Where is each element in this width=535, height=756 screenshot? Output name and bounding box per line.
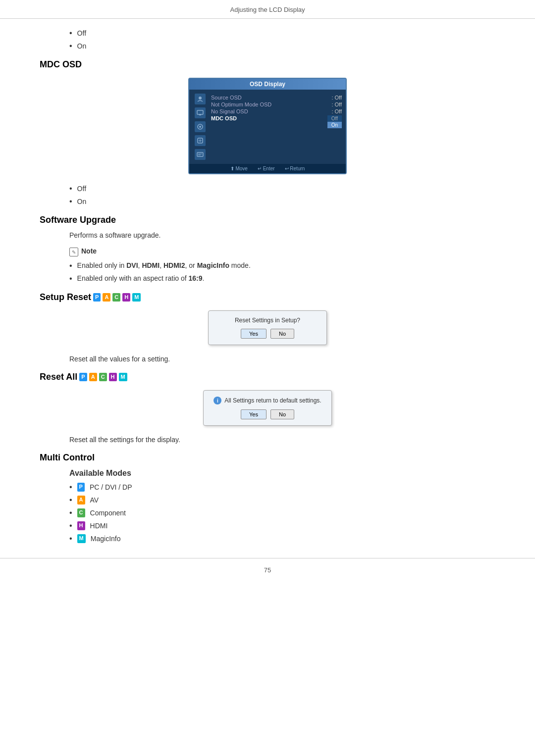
reset-all-title: Reset All P A C H M xyxy=(40,372,495,382)
setup-reset-dialog: Reset Settings in Setup? Yes No xyxy=(208,310,327,345)
mode-list: P PC / DVI / DP A AV C Component H HDMI … xyxy=(40,483,495,543)
svg-point-0 xyxy=(199,97,202,100)
page-container: Adjusting the LCD Display Off On MDC OSD… xyxy=(0,0,535,579)
reset-all-dialog-container: i All Settings return to default setting… xyxy=(40,390,495,426)
mode-label-component: Component xyxy=(90,509,126,517)
osd-option-on: On xyxy=(327,122,342,128)
osd-display-image: OSD Display xyxy=(40,78,495,174)
osd-body: Source OSD : Off Not Optimum Mode OSD : … xyxy=(189,90,346,164)
osd-icon-4 xyxy=(195,135,206,146)
software-upgrade-bullets: Enabled only in DVI, HDMI, HDMI2, or Mag… xyxy=(40,261,495,283)
osd-value-nosignal: : Off xyxy=(331,108,342,114)
setup-reset-badge-m: M xyxy=(132,293,141,302)
initial-bullet-list: Off On xyxy=(40,29,495,50)
mdc-bullet-on: On xyxy=(77,198,87,205)
list-item-magicinfo: M MagicInfo xyxy=(69,534,495,543)
note-icon: ✎ xyxy=(69,248,78,256)
page-header: Adjusting the LCD Display xyxy=(0,0,535,19)
setup-reset-dialog-title: Reset Settings in Setup? xyxy=(218,317,317,324)
osd-row-nosignal: No Signal OSD : Off xyxy=(211,108,342,114)
svg-point-4 xyxy=(199,126,201,128)
mode-badge-c: C xyxy=(77,508,85,517)
bullet-enabled-dvi: Enabled only in DVI, HDMI, HDMI2, or Mag… xyxy=(77,261,251,269)
software-upgrade-title: Software Upgrade xyxy=(40,215,495,225)
reset-all-description: Reset all the settings for the display. xyxy=(40,436,495,444)
setup-reset-label: Setup Reset xyxy=(40,292,91,302)
list-item: Enabled only in DVI, HDMI, HDMI2, or Mag… xyxy=(69,261,495,270)
osd-content: Source OSD : Off Not Optimum Mode OSD : … xyxy=(211,94,342,160)
setup-reset-badge-p: P xyxy=(93,293,101,302)
osd-footer-enter: ↵ Enter xyxy=(258,166,275,171)
setup-reset-dialog-container: Reset Settings in Setup? Yes No xyxy=(40,310,495,345)
reset-all-badge-c: C xyxy=(99,373,107,381)
reset-all-dialog-buttons: Yes No xyxy=(214,409,321,419)
mode-badge-p: P xyxy=(77,483,85,491)
list-item: Enabled only with an aspect ratio of 16:… xyxy=(69,274,495,283)
osd-icon-1 xyxy=(195,94,206,104)
osd-dropdown: Off On xyxy=(327,115,342,128)
list-item: Off xyxy=(69,184,495,193)
osd-value-source: : Off xyxy=(331,95,342,101)
reset-all-badge-m: M xyxy=(119,373,127,381)
bullet-enabled-ratio: Enabled only with an aspect ratio of 16:… xyxy=(77,274,205,282)
osd-row-mdc: MDC OSD Off On xyxy=(211,115,342,128)
mdc-osd-bullet-list: Off On xyxy=(40,184,495,206)
osd-footer-return: ↩ Return xyxy=(285,166,305,171)
dialog-title-text: Reset Settings in Setup? xyxy=(235,317,300,324)
bullet-text-on: On xyxy=(77,42,87,50)
page-footer: 75 xyxy=(0,558,535,579)
dialog-info-icon: i xyxy=(214,397,221,404)
reset-all-badge-h: H xyxy=(109,373,117,381)
osd-icon-5 xyxy=(195,149,206,160)
osd-icon-2 xyxy=(195,107,206,118)
setup-reset-badge-a: A xyxy=(103,293,110,302)
svg-rect-1 xyxy=(197,110,203,114)
note-box: ✎ Note xyxy=(40,247,495,256)
header-title: Adjusting the LCD Display xyxy=(230,6,305,13)
multi-control-title: Multi Control xyxy=(40,453,495,463)
osd-title-bar: OSD Display xyxy=(189,79,346,90)
reset-all-badge-p: P xyxy=(79,373,87,381)
osd-label-source: Source OSD xyxy=(211,95,242,101)
osd-icons xyxy=(193,94,207,160)
note-label: Note xyxy=(81,247,97,255)
reset-all-dialog-text: All Settings return to default settings. xyxy=(224,397,321,404)
mode-badge-m: M xyxy=(77,534,86,543)
mdc-bullet-off: Off xyxy=(77,185,86,193)
osd-row-source: Source OSD : Off xyxy=(211,95,342,101)
setup-reset-dialog-buttons: Yes No xyxy=(218,329,317,339)
content-area: Off On MDC OSD OSD Display xyxy=(0,29,535,543)
osd-icon-3 xyxy=(195,121,206,132)
osd-label-nosignal: No Signal OSD xyxy=(211,108,248,114)
reset-all-label: Reset All xyxy=(40,372,77,382)
setup-reset-title: Setup Reset P A C H M xyxy=(40,292,495,302)
mode-label-magicinfo: MagicInfo xyxy=(91,535,121,543)
available-modes-title: Available Modes xyxy=(40,469,495,478)
osd-value-notoptimum: : Off xyxy=(331,101,342,107)
bullet-text-off: Off xyxy=(77,29,86,37)
reset-all-yes-button[interactable]: Yes xyxy=(241,409,267,419)
mode-label-av: AV xyxy=(90,496,99,504)
setup-reset-yes-button[interactable]: Yes xyxy=(241,329,267,339)
osd-label-notoptimum: Not Optimum Mode OSD xyxy=(211,101,271,107)
mode-badge-h: H xyxy=(77,521,85,530)
page-number: 75 xyxy=(264,566,271,574)
list-item: On xyxy=(69,197,495,206)
mode-label-pc: PC / DVI / DP xyxy=(90,483,132,491)
setup-reset-no-button[interactable]: No xyxy=(270,329,294,339)
setup-reset-badge-c: C xyxy=(112,293,120,302)
list-item-hdmi: H HDMI xyxy=(69,521,495,530)
reset-all-dialog-title: i All Settings return to default setting… xyxy=(214,397,321,404)
reset-all-dialog: i All Settings return to default setting… xyxy=(203,390,331,426)
reset-all-no-button[interactable]: No xyxy=(270,409,294,419)
osd-footer: ⬆ Move ↵ Enter ↩ Return xyxy=(189,164,346,173)
osd-footer-move: ⬆ Move xyxy=(230,166,248,171)
reset-all-badge-a: A xyxy=(89,373,97,381)
list-item-pc: P PC / DVI / DP xyxy=(69,483,495,492)
svg-rect-2 xyxy=(199,114,201,115)
osd-option-off: Off xyxy=(327,115,342,122)
list-item: Off xyxy=(69,29,495,38)
list-item-av: A AV xyxy=(69,496,495,504)
osd-label-mdc: MDC OSD xyxy=(211,115,237,128)
setup-reset-badge-h: H xyxy=(122,293,130,302)
